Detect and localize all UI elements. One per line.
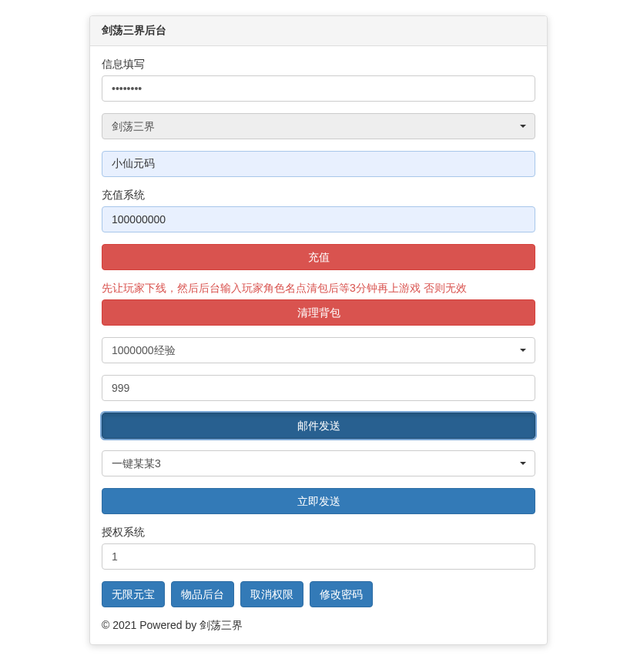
character-group	[102, 151, 535, 177]
password-input[interactable]	[102, 75, 535, 102]
panel-title: 剑荡三界后台	[90, 16, 547, 46]
item-backend-button[interactable]: 物品后台	[171, 581, 234, 607]
action-buttons: 无限元宝 物品后台 取消权限 修改密码	[102, 581, 535, 607]
server-select[interactable]: 剑荡三界	[102, 113, 535, 139]
recharge-button-group: 充值	[102, 244, 535, 270]
change-pwd-button[interactable]: 修改密码	[310, 581, 373, 607]
server-select-wrap: 剑荡三界	[102, 113, 535, 139]
mail-button-group: 邮件发送	[102, 413, 535, 439]
send-button-group: 立即发送	[102, 488, 535, 514]
item-select[interactable]: 1000000经验	[102, 337, 535, 363]
bag-warning: 先让玩家下线，然后后台输入玩家角色名点清包后等3分钟再上游戏 否则无效	[102, 282, 535, 296]
oneclick-select-wrap: 一键某某3	[102, 450, 535, 476]
recharge-input[interactable]	[102, 206, 535, 232]
character-input[interactable]	[102, 151, 535, 177]
send-now-button[interactable]: 立即发送	[102, 488, 535, 514]
bag-group: 先让玩家下线，然后后台输入玩家角色名点清包后等3分钟再上游戏 否则无效 清理背包	[102, 282, 535, 326]
panel-body: 信息填写 剑荡三界 充值系统 充值 先让玩家下线，然后后台输入玩家角色名点清包后…	[90, 46, 547, 644]
recharge-group: 充值系统	[102, 189, 535, 232]
info-label: 信息填写	[102, 58, 535, 72]
admin-panel: 剑荡三界后台 信息填写 剑荡三界 充值系统 充值 先让玩家下线，然后后台输入玩家…	[89, 15, 548, 645]
oneclick-select[interactable]: 一键某某3	[102, 450, 535, 476]
info-group: 信息填写	[102, 58, 535, 102]
quantity-group	[102, 375, 535, 401]
clear-bag-button[interactable]: 清理背包	[102, 299, 535, 326]
item-select-wrap: 1000000经验	[102, 337, 535, 363]
mail-send-button[interactable]: 邮件发送	[102, 413, 535, 439]
revoke-button[interactable]: 取消权限	[240, 581, 303, 607]
footer-text: © 2021 Powered by 剑荡三界	[102, 619, 535, 633]
quantity-input[interactable]	[102, 375, 535, 401]
recharge-button[interactable]: 充值	[102, 244, 535, 270]
unlimited-button[interactable]: 无限元宝	[102, 581, 165, 607]
auth-input[interactable]	[102, 543, 535, 570]
recharge-label: 充值系统	[102, 189, 535, 202]
auth-label: 授权系统	[102, 526, 535, 540]
auth-group: 授权系统	[102, 526, 535, 570]
